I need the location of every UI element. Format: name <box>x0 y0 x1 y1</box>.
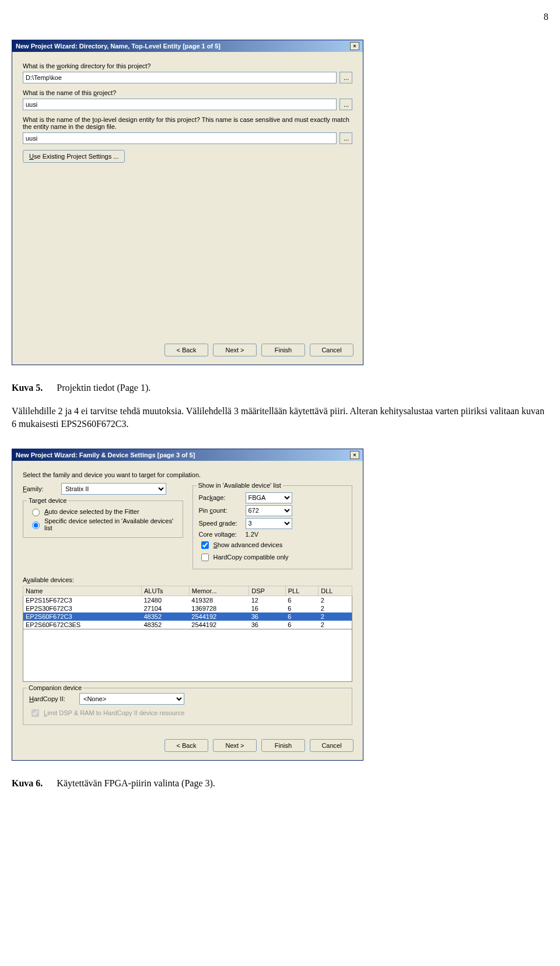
show-available-group: Show in 'Available device' list <box>197 482 283 489</box>
browse-name-button[interactable]: ... <box>340 99 352 110</box>
hardcopy2-select[interactable]: <None> <box>79 693 184 705</box>
finish-button[interactable]: Finish <box>261 739 305 752</box>
figure5-caption: Kuva 5. Projektin tiedot (Page 1). <box>12 383 548 393</box>
limit-dsp-checkbox <box>32 709 39 717</box>
use-existing-settings-button[interactable]: Use Existing Project Settings ... <box>23 150 125 163</box>
hardcopy2-label: HardCopy II: <box>29 695 76 702</box>
project-name-input[interactable] <box>23 99 337 110</box>
titlebar-title: New Project Wizard: Directory, Name, Top… <box>16 43 220 50</box>
prompt-toplevel-entity: What is the name of the top-level design… <box>23 116 352 130</box>
target-device-group: Target device <box>27 497 68 504</box>
hardcopy-compat-checkbox[interactable] <box>201 554 209 561</box>
next-button[interactable]: Next > <box>213 739 257 752</box>
speed-grade-select[interactable]: 3 <box>246 518 292 529</box>
browse-entity-button[interactable]: ... <box>340 132 352 144</box>
titlebar-page1: New Project Wizard: Directory, Name, Top… <box>12 40 363 52</box>
working-dir-input[interactable] <box>23 72 337 83</box>
figure6-label: Kuva 6. <box>12 778 43 788</box>
table-row[interactable]: EP2S60F672C34835225441923662 <box>23 612 352 621</box>
device-list-empty-area[interactable] <box>23 629 352 682</box>
table-row[interactable]: EP2S15F672C3124804193281262 <box>23 596 352 604</box>
browse-dir-button[interactable]: ... <box>340 72 352 83</box>
top-entity-input[interactable] <box>23 132 337 144</box>
cancel-button[interactable]: Cancel <box>310 344 354 356</box>
table-row[interactable]: EP2S30F672C32710413697281662 <box>23 604 352 612</box>
titlebar-title-3: New Project Wizard: Family & Device Sett… <box>16 452 195 459</box>
table-row[interactable]: EP2S60F672C3ES4835225441923662 <box>23 621 352 629</box>
core-voltage-label: Core voltage: <box>199 531 246 538</box>
family-select[interactable]: Stratix II <box>61 483 166 495</box>
show-advanced-checkbox[interactable] <box>201 541 209 549</box>
back-button[interactable]: < Back <box>164 344 208 356</box>
figure6-caption: Kuva 6. Käytettävän FPGA-piirin valinta … <box>12 778 548 789</box>
available-devices-label: Available devices: <box>23 576 352 583</box>
device-table[interactable]: Name ALUTs Memor... DSP PLL DLL EP2S15F6… <box>23 586 352 629</box>
package-label: Package: <box>199 494 246 501</box>
package-select[interactable]: FBGA <box>246 492 292 503</box>
next-button[interactable]: Next > <box>213 344 257 356</box>
specific-device-label: Specific device selected in 'Available d… <box>44 517 177 531</box>
show-advanced-label: Show advanced devices <box>214 541 283 548</box>
limit-dsp-label: Limit DSP & RAM to HardCopy II device re… <box>44 709 184 716</box>
prompt-project-name: What is the name of this project? <box>23 89 352 96</box>
col-dsp[interactable]: DSP <box>249 586 286 596</box>
col-aluts[interactable]: ALUTs <box>141 586 189 596</box>
device-intro: Select the family and device you want to… <box>23 471 352 478</box>
finish-button[interactable]: Finish <box>261 344 305 356</box>
family-label: Family: <box>23 485 58 492</box>
col-dll[interactable]: DLL <box>318 586 352 596</box>
col-memory[interactable]: Memor... <box>189 586 249 596</box>
back-button[interactable]: < Back <box>164 739 208 752</box>
companion-group: Companion device <box>27 684 83 691</box>
col-pll[interactable]: PLL <box>285 586 318 596</box>
auto-device-radio[interactable] <box>32 509 40 516</box>
figure5-text: Projektin tiedot (Page 1). <box>57 383 150 393</box>
prompt-working-dir: What is the working directory for this p… <box>23 62 352 69</box>
dialog-page3: New Project Wizard: Family & Device Sett… <box>12 449 363 761</box>
cancel-button[interactable]: Cancel <box>310 739 354 752</box>
col-name[interactable]: Name <box>23 586 142 596</box>
body-paragraph: Välilehdille 2 ja 4 ei tarvitse tehdä mu… <box>12 405 548 431</box>
figure6-text: Käytettävän FPGA-piirin valinta (Page 3)… <box>57 778 215 788</box>
pin-count-label: Pin count: <box>199 507 246 514</box>
speed-grade-label: Speed grade: <box>199 520 246 527</box>
hardcopy-compat-label: HardCopy compatible only <box>214 554 289 561</box>
auto-device-label: Auto device selected by the Fitter <box>44 508 139 515</box>
titlebar-page3: New Project Wizard: Family & Device Sett… <box>12 449 363 461</box>
page-number: 8 <box>12 12 548 22</box>
close-icon[interactable]: × <box>350 42 359 50</box>
specific-device-radio[interactable] <box>32 522 40 529</box>
pin-count-select[interactable]: 672 <box>246 505 292 516</box>
core-voltage-value: 1.2V <box>246 531 259 538</box>
figure5-label: Kuva 5. <box>12 383 43 393</box>
dialog-page1: New Project Wizard: Directory, Name, Top… <box>12 40 363 365</box>
close-icon[interactable]: × <box>350 451 359 459</box>
